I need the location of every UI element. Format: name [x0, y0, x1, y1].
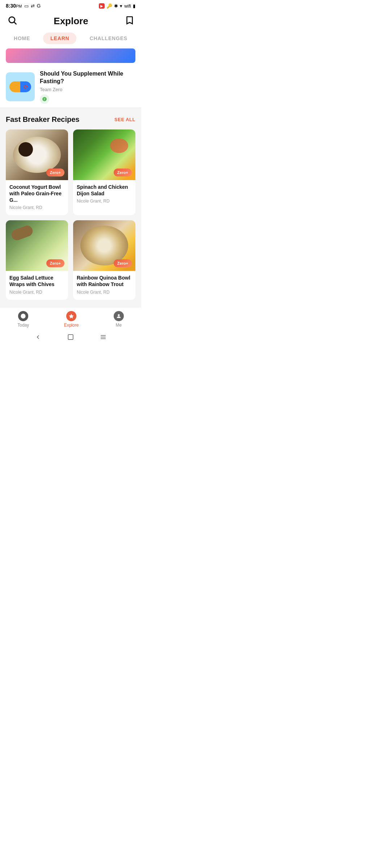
article-author: Team Zero [40, 87, 135, 92]
nav-explore[interactable]: Explore [64, 311, 79, 328]
tab-learn[interactable]: LEARN [43, 33, 76, 44]
recipe-title: Egg Salad Lettuce Wraps with Chives [9, 275, 64, 288]
article-title: Should You Supplement While Fasting? [40, 70, 135, 85]
g-icon: G [37, 3, 41, 9]
recording-icon: ▶ [99, 3, 105, 9]
article-card[interactable]: ⟳ Should You Supplement While Fasting? T… [0, 67, 141, 108]
recipes-grid: Zero+ Coconut Yogurt Bowl with Paleo Gra… [6, 129, 135, 300]
battery-icon: ▮ [133, 3, 135, 9]
zero-plus-badge: Zero+ [114, 169, 132, 176]
key-icon: 🔑 [106, 3, 112, 9]
nav-me-label: Me [115, 323, 122, 328]
recipe-title: Rainbow Quinoa Bowl with Rainbow Trout [77, 275, 132, 288]
article-thumbnail: ⟳ [6, 72, 35, 101]
recipe-author: Nicole Grant, RD [77, 290, 132, 295]
recipe-title: Spinach and Chicken Dijon Salad [77, 184, 132, 197]
pill-icon: ⟳ [24, 84, 28, 90]
svg-point-3 [21, 314, 26, 318]
nav-today-label: Today [17, 323, 29, 328]
status-bar: 8:30PM ▭ ⇄ G ▶ 🔑 ✱ ▾ wifi ▮ [0, 0, 141, 12]
page-title: Explore [54, 16, 88, 27]
tab-bar: HOME LEARN CHALLENGES [0, 31, 141, 48]
tab-home[interactable]: HOME [7, 33, 37, 44]
tab-challenges[interactable]: CHALLENGES [83, 33, 135, 44]
recipe-card[interactable]: Zero+ Rainbow Quinoa Bowl with Rainbow T… [73, 220, 135, 299]
bottom-nav: Today Explore Me [0, 307, 141, 330]
recipe-card[interactable]: Zero+ Egg Salad Lettuce Wraps with Chive… [6, 220, 68, 299]
svg-rect-5 [68, 335, 73, 340]
signal-icon: ▾ [120, 3, 122, 9]
svg-point-4 [118, 314, 119, 316]
tag-icon [40, 94, 49, 104]
android-nav-bar [0, 330, 141, 344]
zero-plus-badge: Zero+ [114, 259, 132, 267]
recents-button[interactable] [100, 333, 107, 341]
recipe-author: Nicole Grant, RD [9, 205, 64, 210]
nav-today[interactable]: Today [17, 311, 29, 328]
zero-plus-badge: Zero+ [46, 169, 64, 176]
header: Explore [0, 12, 141, 31]
recipe-author: Nicole Grant, RD [77, 199, 132, 204]
me-icon [114, 311, 124, 321]
back-button[interactable] [34, 333, 42, 341]
bluetooth-icon: ✱ [114, 3, 118, 9]
status-time: 8:30PM [6, 3, 22, 9]
section-title: Fast Breaker Recipes [6, 115, 79, 124]
search-button[interactable] [7, 15, 17, 27]
svg-line-1 [14, 22, 16, 24]
recipes-section: Fast Breaker Recipes SEE ALL Zero+ Cocon… [0, 108, 141, 307]
home-button[interactable] [67, 333, 74, 341]
wifi-icon: wifi [124, 3, 131, 9]
recipe-author: Nicole Grant, RD [9, 290, 64, 295]
explore-icon [66, 311, 76, 321]
video-icon: ▭ [24, 3, 29, 9]
nav-explore-label: Explore [64, 323, 79, 328]
nav-me[interactable]: Me [114, 311, 124, 328]
bookmark-button[interactable] [125, 16, 134, 26]
see-all-button[interactable]: SEE ALL [114, 117, 135, 122]
zero-plus-badge: Zero+ [46, 259, 64, 267]
recipe-card[interactable]: Zero+ Spinach and Chicken Dijon Salad Ni… [73, 129, 135, 216]
data-icon: ⇄ [31, 3, 35, 9]
recipe-card[interactable]: Zero+ Coconut Yogurt Bowl with Paleo Gra… [6, 129, 68, 216]
today-icon [18, 311, 28, 321]
recipe-title: Coconut Yogurt Bowl with Paleo Grain-Fre… [9, 184, 64, 204]
